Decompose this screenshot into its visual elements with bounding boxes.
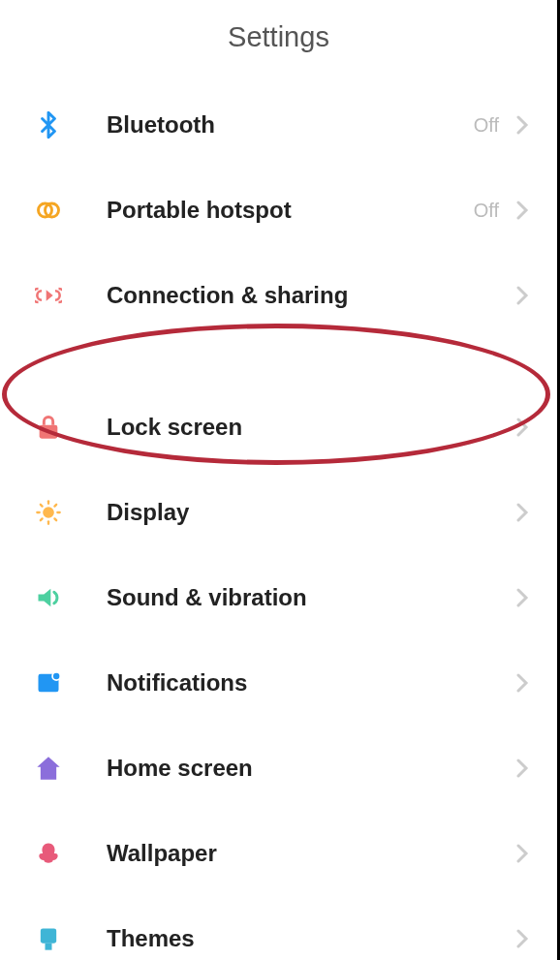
svg-point-13 [52,672,60,680]
svg-line-11 [54,505,56,507]
section-divider [0,338,557,385]
settings-item-bluetooth[interactable]: Bluetooth Off [0,82,557,168]
svg-line-9 [54,518,56,520]
settings-label: Notifications [107,669,516,697]
settings-item-wallpaper[interactable]: Wallpaper [0,811,557,896]
settings-label: Bluetooth [107,111,474,139]
settings-value: Off [474,200,499,222]
chevron-right-icon [516,671,530,695]
svg-rect-15 [46,944,52,950]
settings-item-hotspot[interactable]: Portable hotspot Off [0,168,557,253]
settings-item-display[interactable]: Display [0,470,557,555]
chevron-right-icon [516,284,530,307]
chevron-right-icon [516,199,530,222]
chevron-right-icon [516,416,530,439]
settings-label: Lock screen [107,414,516,441]
settings-item-notifications[interactable]: Notifications [0,640,557,726]
svg-line-10 [41,518,43,520]
settings-list: Bluetooth Off Portable hotspot Off [0,82,557,960]
settings-item-homescreen[interactable]: Home screen [0,726,557,811]
svg-point-3 [43,507,54,518]
lock-icon [33,412,64,443]
chevron-right-icon [516,927,530,950]
svg-rect-2 [40,425,58,439]
svg-rect-14 [41,929,56,944]
page-title: Settings [0,21,557,53]
settings-item-themes[interactable]: Themes [0,896,557,960]
chevron-right-icon [516,501,530,524]
chevron-right-icon [516,113,530,137]
settings-label: Themes [107,925,516,952]
bluetooth-icon [33,109,64,140]
hotspot-icon [33,195,64,226]
settings-label: Display [107,499,516,526]
settings-label: Wallpaper [107,840,516,867]
settings-label: Portable hotspot [107,197,474,224]
chevron-right-icon [516,842,530,865]
display-icon [33,497,64,528]
header: Settings [0,0,557,82]
settings-label: Connection & sharing [107,282,516,309]
connection-icon [33,280,64,311]
settings-item-connection[interactable]: Connection & sharing [0,253,557,338]
chevron-right-icon [516,586,530,609]
home-icon [33,753,64,784]
svg-line-8 [41,505,43,507]
chevron-right-icon [516,757,530,780]
notifications-icon [33,667,64,698]
settings-label: Home screen [107,755,516,782]
settings-item-sound[interactable]: Sound & vibration [0,555,557,640]
settings-item-lockscreen[interactable]: Lock screen [0,385,557,470]
settings-label: Sound & vibration [107,584,516,611]
wallpaper-icon [33,838,64,869]
themes-icon [33,923,64,954]
sound-icon [33,582,64,613]
settings-value: Off [474,114,499,137]
